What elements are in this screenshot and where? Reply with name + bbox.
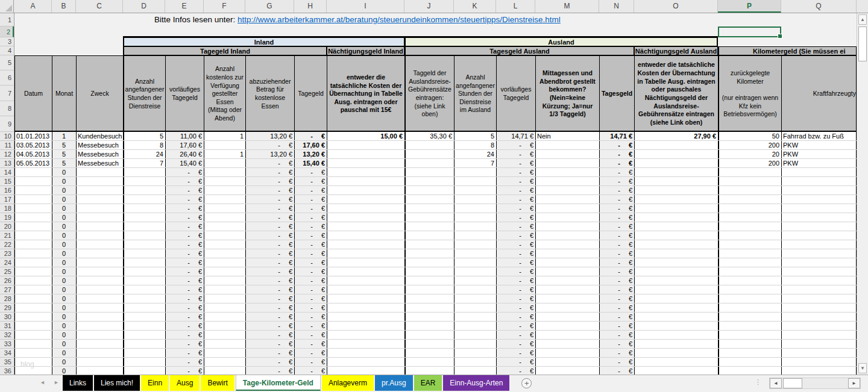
header-cell-L[interactable]: vorläufiges Tagegeld [496,55,535,132]
row-header-12[interactable]: 12 [0,150,14,159]
cell-F10[interactable]: 1 [204,132,245,141]
cell-B32[interactable]: 0 [52,331,76,340]
cell-B23[interactable]: 0 [52,249,76,258]
cell-H15[interactable]: -€ [294,177,327,186]
cell-B27[interactable]: 0 [52,285,76,294]
column-header-J[interactable]: J [404,0,454,13]
cell-N36[interactable]: -€ [599,367,634,375]
cell-G33[interactable]: -€ [245,340,294,349]
row-header-30[interactable]: 30 [0,313,14,322]
header-cell-D[interactable]: Anzahl angefangener Stunden der Dienstre… [123,55,165,132]
cell-K12[interactable]: 24 [454,150,496,159]
cell-P10[interactable]: 50 [718,132,781,141]
cell-E26[interactable]: -€ [165,276,204,285]
cell-L14[interactable]: -€ [496,168,535,177]
cell-E21[interactable]: -€ [165,231,204,240]
select-all-corner[interactable] [0,0,14,13]
cell-N29[interactable]: -€ [599,303,634,313]
header-cell-H[interactable]: Tagegeld [294,55,327,132]
cell-L27[interactable]: -€ [496,285,535,294]
cell-H32[interactable]: -€ [294,331,327,340]
cell-H14[interactable]: -€ [294,168,327,177]
cell-K11[interactable]: 8 [454,141,496,150]
cell-O10[interactable]: 27,90 € [634,132,718,141]
cell-G13[interactable]: -€ [245,159,294,168]
column-header-E[interactable]: E [165,0,204,13]
subheader-kilometergeld[interactable]: Kilometergeld (Sie müssen ei [718,46,857,55]
row-header-2[interactable]: 2 [0,26,14,37]
cell-E36[interactable]: -€ [165,367,204,375]
cell-N27[interactable]: -€ [599,285,634,294]
cell-H11[interactable]: 17,60 € [294,141,327,150]
cell-Q12[interactable]: PKW [781,150,857,159]
cell-B36[interactable]: 0 [52,367,76,375]
column-header-G[interactable]: G [245,0,294,13]
cell-H26[interactable]: -€ [294,276,327,285]
cell-G23[interactable]: -€ [245,249,294,258]
cell-H35[interactable]: -€ [294,358,327,367]
row-header-34[interactable]: 34 [0,349,14,358]
cell-N13[interactable]: -€ [599,159,634,168]
cell-E25[interactable]: -€ [165,267,204,276]
row-header-7[interactable]: 7 [0,86,14,101]
cell-G32[interactable]: -€ [245,331,294,340]
cell-B10[interactable]: 1 [52,132,76,141]
sheet-tab-ausg[interactable]: Ausg [170,375,200,391]
cell-H18[interactable]: -€ [294,204,327,213]
cell-E33[interactable]: -€ [165,340,204,349]
cell-G24[interactable]: -€ [245,258,294,267]
merged-header-inland[interactable]: Inland [123,37,404,46]
cell-D13[interactable]: 7 [123,159,165,168]
cell-B13[interactable]: 5 [52,159,76,168]
horizontal-scrollbar[interactable]: ◄ ► [769,378,861,389]
cell-L30[interactable]: -€ [496,313,535,322]
row-header-35[interactable]: 35 [0,358,14,367]
cell-B17[interactable]: 0 [52,195,76,204]
cell-B16[interactable]: 0 [52,186,76,195]
cell-N35[interactable]: -€ [599,358,634,367]
cell-N16[interactable]: -€ [599,186,634,195]
cell-N17[interactable]: -€ [599,195,634,204]
row-header-8[interactable]: 8 [0,101,14,116]
scroll-left-button[interactable]: ◄ [770,378,782,388]
subheader-tagegeld-inland[interactable]: Tagegeld Inland [123,46,327,55]
cell-H28[interactable]: -€ [294,294,327,303]
row-header-20[interactable]: 20 [0,222,14,231]
cell-E15[interactable]: -€ [165,177,204,186]
cell-E18[interactable]: -€ [165,204,204,213]
row-header-22[interactable]: 22 [0,240,14,249]
header-cell-J[interactable]: Taggeld der Auslandsreise-Gebührensätze … [404,55,454,132]
sheet-tab-tage-kilometer-geld[interactable]: Tage-Kilometer-Geld [236,375,321,391]
cell-L18[interactable]: -€ [496,204,535,213]
header-cell-G[interactable]: abzuziehender Betrag für kostenlose Esse… [245,55,294,132]
cell-G30[interactable]: -€ [245,313,294,322]
row-header-25[interactable]: 25 [0,267,14,276]
cell-B12[interactable]: 5 [52,150,76,159]
column-header-F[interactable]: F [204,0,245,13]
cell-E14[interactable]: -€ [165,168,204,177]
cell-G29[interactable]: -€ [245,303,294,313]
cell-N14[interactable]: -€ [599,168,634,177]
column-header-A[interactable]: A [14,0,52,13]
cell-N18[interactable]: -€ [599,204,634,213]
cell-H21[interactable]: -€ [294,231,327,240]
column-header-B[interactable]: B [52,0,76,13]
cell-H20[interactable]: -€ [294,222,327,231]
cell-L10[interactable]: 14,71 € [496,132,535,141]
cell-L19[interactable]: -€ [496,213,535,222]
row-header-15[interactable]: 15 [0,177,14,186]
cell-B24[interactable]: 0 [52,258,76,267]
cell-E29[interactable]: -€ [165,303,204,313]
cell-G14[interactable]: -€ [245,168,294,177]
cell-L26[interactable]: -€ [496,276,535,285]
cell-H13[interactable]: 15,40 € [294,159,327,168]
cell-L28[interactable]: -€ [496,294,535,303]
cell-N28[interactable]: -€ [599,294,634,303]
subheader-naechtigungsgeld-inland[interactable]: Nächtigungsgeld Inland [327,46,404,55]
cell-B33[interactable]: 0 [52,340,76,349]
header-cell-A[interactable]: Datum [14,55,52,132]
cell-G15[interactable]: -€ [245,177,294,186]
cell-Q11[interactable]: PKW [781,141,857,150]
cell-L24[interactable]: -€ [496,258,535,267]
sheet-tab-links[interactable]: Links [63,375,93,391]
